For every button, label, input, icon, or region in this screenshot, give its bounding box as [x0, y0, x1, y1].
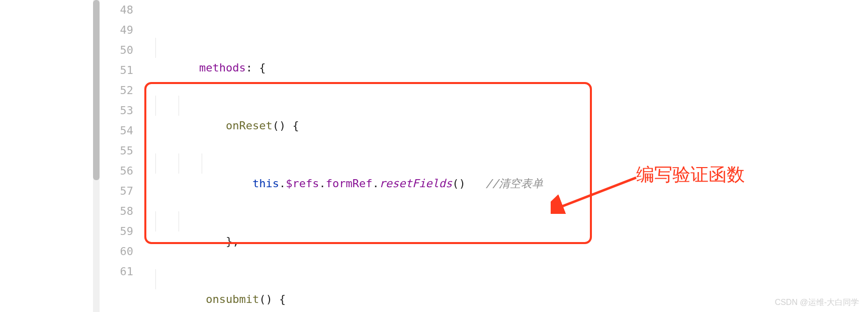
punct-token: () { — [273, 119, 299, 132]
line-number: 48 — [108, 0, 133, 20]
line-number: 52 — [108, 81, 133, 101]
line-number: 57 — [108, 181, 133, 201]
code-line[interactable]: methods: { — [146, 38, 868, 58]
code-line[interactable]: this.$refs.formRef.resetFields() //清空表单 — [146, 153, 868, 174]
gutter — [0, 0, 103, 312]
line-number: 55 — [108, 141, 133, 161]
code-content[interactable]: methods: { onReset() { this.$refs.formRe… — [146, 0, 868, 312]
annotation-label: 编写验证函数 — [636, 163, 745, 187]
line-number: 60 — [108, 242, 133, 262]
line-number: 59 — [108, 221, 133, 242]
property-token: methods — [199, 61, 246, 74]
scrollbar-thumb[interactable] — [93, 0, 100, 180]
comment-token: //清空表单 — [486, 177, 544, 190]
line-number: 56 — [108, 161, 133, 181]
line-number: 54 — [108, 121, 133, 141]
code-line[interactable]: onsubmit() { — [146, 269, 868, 289]
line-number: 51 — [108, 60, 133, 81]
code-line[interactable]: }, — [146, 211, 868, 231]
line-numbers: 48 49 50 51 52 53 54 55 56 57 58 59 60 6… — [108, 0, 133, 282]
method-token: onsubmit — [206, 293, 259, 305]
method-token: onReset — [226, 119, 273, 132]
line-number: 50 — [108, 40, 133, 60]
punct-token: : { — [246, 61, 266, 74]
line-number: 58 — [108, 201, 133, 221]
watermark: CSDN @运维-大白同学 — [775, 297, 859, 308]
method-token: resetFields — [379, 177, 453, 190]
property-token: $refs — [286, 177, 319, 190]
line-number: 49 — [108, 20, 133, 40]
line-number: 61 — [108, 262, 133, 282]
line-number: 53 — [108, 101, 133, 121]
property-token: formRef — [326, 177, 373, 190]
code-editor[interactable]: 48 49 50 51 52 53 54 55 56 57 58 59 60 6… — [0, 0, 868, 312]
code-line[interactable]: onReset() { — [146, 96, 868, 116]
keyword-token: this — [252, 177, 279, 190]
